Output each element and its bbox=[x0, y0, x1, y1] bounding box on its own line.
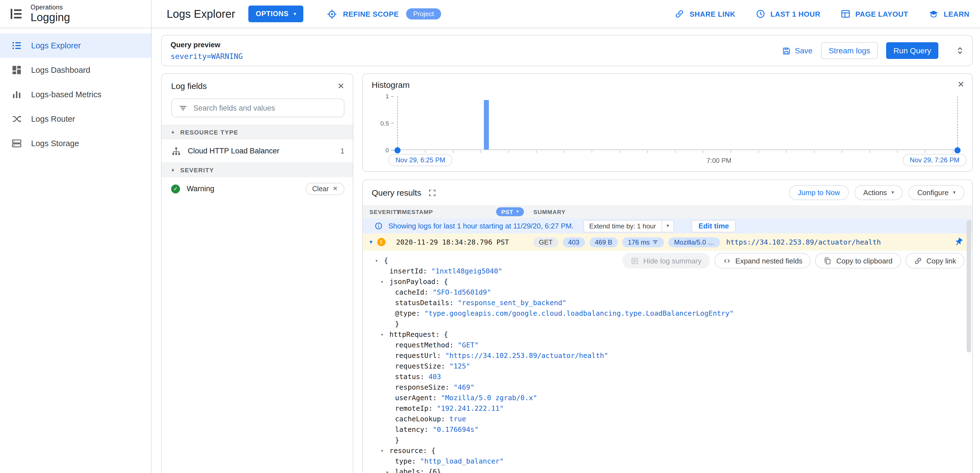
expander-icon[interactable]: ▸ bbox=[386, 467, 395, 473]
status-chip[interactable]: 403 bbox=[563, 237, 585, 247]
options-button[interactable]: OPTIONS ▾ bbox=[248, 6, 304, 22]
mid-time-label: 7:00 PM bbox=[707, 157, 732, 164]
entry-chips: GET 403 469 B 176 ms bbox=[533, 237, 720, 247]
json-line: ▸labels: {6} bbox=[363, 466, 972, 473]
json-line: } bbox=[363, 319, 972, 329]
y-axis-tick: 0.5 bbox=[373, 120, 394, 126]
field-row-label: Cloud HTTP Load Balancer bbox=[188, 147, 280, 155]
refine-scope[interactable]: REFINE SCOPE Project bbox=[327, 8, 441, 19]
size-chip[interactable]: 469 B bbox=[589, 237, 618, 247]
fields-search[interactable] bbox=[171, 99, 344, 117]
expander-icon[interactable]: ▾ bbox=[375, 256, 384, 266]
chevron-down-icon[interactable]: ▾ bbox=[662, 220, 673, 231]
query-results-title: Query results bbox=[372, 188, 421, 197]
timezone-selector[interactable]: PST ▾ bbox=[496, 207, 524, 216]
hide-log-summary-button: Hide log summary bbox=[622, 253, 710, 268]
extend-time-button[interactable]: Extend time by: 1 hour ▾ bbox=[583, 220, 674, 232]
histogram-panel: Histogram ✕ 1 0.5 bbox=[362, 73, 973, 172]
sidebar-item-label: Logs-based Metrics bbox=[31, 90, 102, 99]
results-info-bar: Showing logs for last 1 hour starting at… bbox=[363, 218, 972, 233]
scope-badge[interactable]: Project bbox=[406, 8, 441, 19]
link-icon bbox=[913, 256, 922, 265]
results-scrollbar[interactable] bbox=[967, 220, 971, 352]
range-handle-start[interactable] bbox=[395, 147, 401, 153]
time-range-button[interactable]: LAST 1 HOUR bbox=[755, 9, 820, 19]
latency-chip[interactable]: 176 ms bbox=[622, 237, 664, 247]
search-input[interactable] bbox=[193, 104, 337, 112]
field-row-load-balancer[interactable]: Cloud HTTP Load Balancer 1 bbox=[162, 140, 353, 162]
fullscreen-icon[interactable] bbox=[428, 188, 437, 197]
histogram-bar[interactable] bbox=[484, 100, 489, 150]
sidebar-item-label: Logs Dashboard bbox=[31, 65, 90, 75]
chevron-down-icon: ▾ bbox=[294, 11, 296, 16]
json-line: requestUrl: "https://34.102.253.89/actua… bbox=[363, 350, 972, 361]
method-chip[interactable]: GET bbox=[533, 237, 558, 247]
logging-logo-icon bbox=[9, 7, 23, 21]
run-query-button[interactable]: Run Query bbox=[886, 42, 938, 59]
column-severity: SEVERITY bbox=[369, 209, 396, 215]
query-preview-title: Query preview bbox=[170, 41, 243, 49]
expander-icon[interactable]: ▾ bbox=[380, 446, 390, 456]
histogram-title: Histogram bbox=[372, 80, 410, 89]
json-line: status: 403 bbox=[363, 371, 972, 382]
filter-icon bbox=[178, 103, 188, 113]
range-handle-end[interactable] bbox=[955, 147, 961, 153]
json-line: ▾httpRequest: { bbox=[363, 329, 972, 339]
log-fields-title: Log fields bbox=[171, 81, 207, 91]
end-time-chip[interactable]: Nov 29, 7:26 PM bbox=[902, 154, 967, 166]
metrics-icon bbox=[11, 89, 22, 100]
storage-icon bbox=[11, 138, 22, 149]
json-line: latency: "0.176694s" bbox=[363, 424, 972, 435]
start-time-chip[interactable]: Nov 29, 6:25 PM bbox=[388, 154, 452, 166]
brand-name: Logging bbox=[30, 11, 70, 24]
json-line: ▾jsonPayload: { bbox=[363, 276, 972, 287]
sidebar-item-label: Logs Storage bbox=[31, 139, 79, 148]
learn-icon bbox=[928, 9, 939, 19]
page-layout-button[interactable]: PAGE LAYOUT bbox=[840, 9, 908, 19]
collapse-icon: ▾ bbox=[171, 167, 174, 172]
sidebar-item-logs-based-metrics[interactable]: Logs-based Metrics bbox=[0, 82, 151, 107]
copy-icon bbox=[824, 256, 832, 265]
json-line: type: "http_load_balancer" bbox=[363, 456, 972, 466]
results-column-headers: SEVERITY TIMESTAMP PST ▾ SUMMARY bbox=[363, 205, 972, 218]
sidebar-item-logs-explorer[interactable]: Logs Explorer bbox=[0, 33, 151, 58]
expand-query-icon[interactable] bbox=[955, 45, 966, 56]
logs-explorer-icon bbox=[11, 40, 22, 51]
clear-filter-button[interactable]: Clear ✕ bbox=[305, 183, 344, 195]
query-text[interactable]: severity=WARNING bbox=[170, 52, 243, 61]
save-button[interactable]: Save bbox=[781, 46, 813, 55]
actions-button[interactable]: Actions ▾ bbox=[854, 185, 903, 200]
json-line: cacheLookup: true bbox=[363, 414, 972, 424]
section-resource-type[interactable]: ▾ RESOURCE TYPE bbox=[162, 124, 353, 140]
stream-logs-button[interactable]: Stream logs bbox=[821, 42, 878, 59]
sidebar-item-logs-storage[interactable]: Logs Storage bbox=[0, 131, 151, 156]
field-row-warning[interactable]: ✓ Warning Clear ✕ bbox=[162, 177, 353, 200]
sidebar-item-logs-dashboard[interactable]: Logs Dashboard bbox=[0, 58, 151, 82]
copy-link-button[interactable]: Copy link bbox=[905, 253, 964, 268]
learn-button[interactable]: LEARN bbox=[928, 9, 969, 19]
jump-to-now-button[interactable]: Jump to Now bbox=[789, 185, 849, 200]
collapse-icon: ▾ bbox=[171, 129, 174, 134]
share-link-button[interactable]: SHARE LINK bbox=[675, 9, 735, 19]
load-balancer-icon bbox=[171, 146, 181, 156]
close-icon[interactable]: ✕ bbox=[337, 82, 344, 90]
expand-nested-fields-button[interactable]: Expand nested fields bbox=[714, 253, 811, 268]
copy-to-clipboard-button[interactable]: Copy to clipboard bbox=[815, 253, 901, 268]
chevron-down-icon: ▾ bbox=[953, 190, 956, 195]
check-circle-icon: ✓ bbox=[171, 184, 180, 193]
expand-entry-icon[interactable]: ▾ bbox=[369, 239, 372, 245]
section-severity[interactable]: ▾ SEVERITY bbox=[162, 162, 353, 177]
close-icon[interactable]: ✕ bbox=[958, 80, 964, 88]
link-icon bbox=[675, 9, 684, 19]
expander-icon[interactable]: ▾ bbox=[380, 277, 390, 287]
log-entry-row[interactable]: ▾ ! 2020-11-29 18:34:28.796 PST GET 403 … bbox=[363, 233, 972, 251]
sidebar-item-logs-router[interactable]: Logs Router bbox=[0, 107, 151, 131]
query-results-panel: Query results Jump to Now Actions bbox=[362, 180, 973, 473]
pin-icon[interactable] bbox=[954, 237, 963, 247]
body: Logs Explorer Logs Dashboard Logs-based … bbox=[0, 28, 980, 473]
user-agent-chip[interactable]: Mozilla/5.0 … bbox=[668, 237, 720, 247]
configure-button[interactable]: Configure ▾ bbox=[908, 185, 964, 200]
edit-time-button[interactable]: Edit time bbox=[692, 220, 735, 232]
expander-icon[interactable]: ▾ bbox=[380, 330, 390, 340]
field-row-count: 1 bbox=[340, 147, 344, 155]
